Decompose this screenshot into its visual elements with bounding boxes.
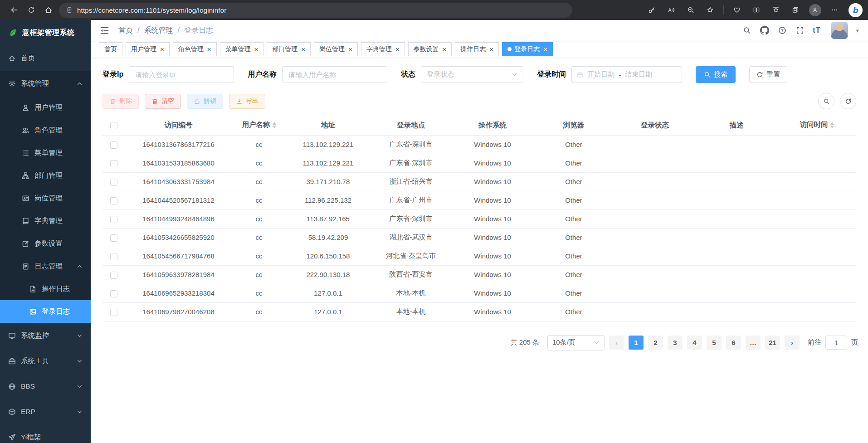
sidebar-item-post-management[interactable]: 岗位管理 xyxy=(0,187,91,209)
sort-caret-icon[interactable] xyxy=(830,120,834,130)
login-ip-input[interactable] xyxy=(129,66,234,83)
browser-profile-avatar[interactable] xyxy=(807,2,823,18)
page-button-2[interactable]: 2 xyxy=(648,336,663,350)
sidebar-item-system-management[interactable]: 系统管理 xyxy=(0,71,91,96)
next-page-button[interactable]: › xyxy=(785,336,800,350)
copilot-icon[interactable]: b xyxy=(848,3,863,17)
page-button-1[interactable]: 1 xyxy=(629,336,644,350)
browser-back-icon[interactable] xyxy=(5,2,23,18)
select-all-checkbox[interactable] xyxy=(110,122,117,129)
address-bar[interactable]: https://ccnetcore.com:1101/system/log/lo… xyxy=(59,3,572,18)
sidebar-item-system-monitor[interactable]: 系统监控 xyxy=(0,323,91,348)
zoom-icon[interactable] xyxy=(683,2,699,18)
favorites-icon[interactable] xyxy=(768,2,784,18)
sort-caret-icon[interactable] xyxy=(273,120,276,130)
tab-close-icon[interactable]: × xyxy=(160,46,164,53)
page-button-4[interactable]: 4 xyxy=(687,336,702,350)
password-key-icon[interactable] xyxy=(644,2,660,18)
sidebar-item-yi-framework[interactable]: Yi框架 xyxy=(0,424,91,443)
tab-close-icon[interactable]: × xyxy=(543,46,547,53)
read-aloud-icon[interactable]: A xyxy=(663,2,679,18)
row-checkbox[interactable] xyxy=(110,141,117,149)
browser-home-icon[interactable] xyxy=(40,2,57,18)
help-icon[interactable]: ? xyxy=(777,25,787,35)
sidebar-item-dict-management[interactable]: 字典管理 xyxy=(0,209,91,232)
tab-menu-management[interactable]: 菜单管理× xyxy=(220,42,264,56)
tab-close-icon[interactable]: × xyxy=(489,46,493,53)
tab-param-settings[interactable]: 参数设置× xyxy=(408,42,452,56)
sidebar-item-role-management[interactable]: 角色管理 xyxy=(0,119,91,141)
breadcrumb-system[interactable]: 系统管理 xyxy=(144,26,173,35)
sidebar-item-home[interactable]: 首页 xyxy=(0,45,91,71)
tab-close-icon[interactable]: × xyxy=(348,46,352,53)
sidebar-item-user-management[interactable]: 用户管理 xyxy=(0,96,91,119)
tab-operation-log[interactable]: 操作日志× xyxy=(455,42,499,56)
row-checkbox[interactable] xyxy=(110,216,117,223)
tab-role-management[interactable]: 角色管理× xyxy=(173,42,217,56)
search-button[interactable]: 搜索 xyxy=(696,66,736,83)
fullscreen-icon[interactable] xyxy=(795,25,805,35)
tab-user-management[interactable]: 用户管理× xyxy=(126,42,170,56)
page-button-5[interactable]: 5 xyxy=(707,336,722,350)
export-button[interactable]: 导出 xyxy=(229,94,265,109)
site-info-icon[interactable] xyxy=(66,7,73,13)
github-icon[interactable] xyxy=(760,25,770,35)
sidebar-item-system-tools[interactable]: 系统工具 xyxy=(0,348,91,374)
sidebar-item-operation-log[interactable]: 操作日志 xyxy=(0,277,91,300)
unlock-button[interactable]: 解锁 xyxy=(187,94,223,109)
tab-dict-management[interactable]: 字典管理× xyxy=(361,42,405,56)
sidebar-item-log-management[interactable]: 日志管理 xyxy=(0,255,91,277)
page-button-21[interactable]: 21 xyxy=(765,336,780,350)
show-search-button[interactable] xyxy=(818,93,834,109)
split-screen-icon[interactable] xyxy=(748,2,765,18)
collections-icon[interactable] xyxy=(787,2,804,18)
page-ellipsis[interactable]: … xyxy=(746,336,761,350)
clear-button[interactable]: 清空 xyxy=(145,94,181,109)
tab-close-icon[interactable]: × xyxy=(207,46,211,53)
tab-close-icon[interactable]: × xyxy=(395,46,400,53)
browser-refresh-icon[interactable] xyxy=(23,2,40,18)
sidebar-item-param-settings[interactable]: 参数设置 xyxy=(0,232,91,255)
tab-close-icon[interactable]: × xyxy=(301,46,305,53)
row-checkbox[interactable] xyxy=(110,160,117,167)
font-size-icon[interactable]: tT xyxy=(813,26,820,34)
column-header-user[interactable]: 用户名称 xyxy=(232,116,286,135)
tab-close-icon[interactable]: × xyxy=(443,46,447,53)
row-checkbox[interactable] xyxy=(110,272,117,279)
page-button-6[interactable]: 6 xyxy=(726,336,741,350)
favorites-add-icon[interactable] xyxy=(702,2,718,18)
row-checkbox[interactable] xyxy=(110,309,117,316)
tab-login-log[interactable]: 登录日志× xyxy=(502,42,553,56)
sidebar-toggle-icon[interactable] xyxy=(100,26,109,35)
date-range-picker[interactable]: 开始日期 - 结束日期 xyxy=(571,66,682,83)
row-checkbox[interactable] xyxy=(110,290,117,297)
sidebar-item-menu-management[interactable]: 菜单管理 xyxy=(0,141,91,164)
reset-button[interactable]: 重置 xyxy=(749,66,787,83)
prev-page-button[interactable]: ‹ xyxy=(609,336,624,350)
sidebar-item-dept-management[interactable]: 部门管理 xyxy=(0,164,91,187)
tab-home[interactable]: 首页 xyxy=(99,42,122,56)
goto-page-input[interactable] xyxy=(825,336,847,350)
row-checkbox[interactable] xyxy=(110,197,117,204)
sidebar-item-bbs[interactable]: BBS xyxy=(0,374,91,399)
browser-menu-icon[interactable] xyxy=(826,2,843,18)
tab-dept-management[interactable]: 部门管理× xyxy=(267,42,311,56)
tab-post-management[interactable]: 岗位管理× xyxy=(314,42,358,56)
app-logo[interactable]: 意框架管理系统 xyxy=(0,20,91,45)
avatar-caret-icon[interactable]: ▾ xyxy=(856,27,859,34)
row-checkbox[interactable] xyxy=(110,234,117,242)
page-button-3[interactable]: 3 xyxy=(668,336,683,350)
refresh-table-button[interactable] xyxy=(840,93,856,109)
page-size-select[interactable]: 10条/页 xyxy=(547,335,605,351)
row-checkbox[interactable] xyxy=(110,253,117,260)
status-select[interactable]: 登录状态 xyxy=(421,66,523,83)
browser-essentials-icon[interactable] xyxy=(729,2,745,18)
sidebar-item-login-log[interactable]: 登录日志 xyxy=(0,300,91,323)
username-input[interactable] xyxy=(282,66,387,83)
delete-button[interactable]: 删除 xyxy=(102,94,139,109)
user-avatar[interactable] xyxy=(831,22,848,39)
breadcrumb-home[interactable]: 首页 xyxy=(118,26,133,35)
tab-close-icon[interactable]: × xyxy=(254,46,258,53)
header-search-icon[interactable] xyxy=(742,25,752,35)
sidebar-item-erp[interactable]: ERP xyxy=(0,399,91,424)
